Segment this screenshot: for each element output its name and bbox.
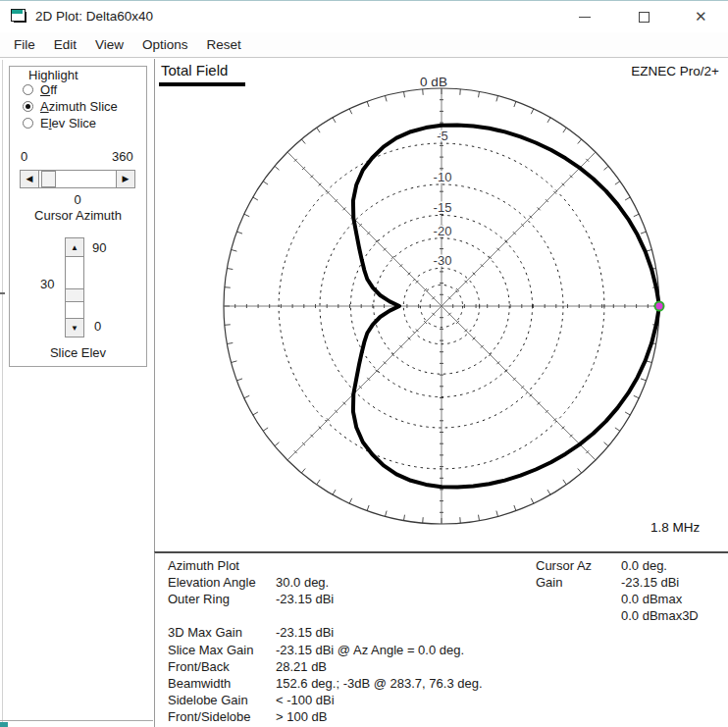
- info-label: Gain: [536, 575, 621, 590]
- info-value: 30.0 deg.: [276, 575, 329, 590]
- radio-label: Elev Slice: [40, 116, 96, 130]
- info-row: Front/Back28.21 dB: [168, 658, 483, 675]
- close-button[interactable]: ✕: [680, 1, 725, 32]
- info-label: Azimuth Plot: [168, 558, 276, 573]
- cursor-azimuth-scroll-thumb[interactable]: [41, 171, 56, 187]
- info-panel: Azimuth PlotElevation Angle30.0 deg.Oute…: [154, 551, 728, 727]
- info-value: 152.6 deg.; -3dB @ 283.7, 76.3 deg.: [276, 676, 483, 691]
- info-row: Cursor Az0.0 deg.: [536, 557, 699, 574]
- info-row: [168, 607, 483, 624]
- radio-off[interactable]: Off: [23, 82, 57, 96]
- menu-item-reset[interactable]: Reset: [207, 37, 241, 52]
- azimuth-slider-max-label: 360: [112, 149, 133, 164]
- window-title: 2D Plot: Delta60x40: [35, 9, 153, 24]
- minimize-icon: [579, 17, 591, 18]
- background-window-edge: [2, 60, 3, 727]
- menu-item-options[interactable]: Options: [142, 37, 188, 52]
- info-label: Elevation Angle: [168, 575, 276, 590]
- info-row: Elevation Angle30.0 deg.: [168, 574, 483, 591]
- highlight-panel: Highlight OffAzimuth SliceElev Slice 0 3…: [0, 58, 153, 727]
- radio-selected-icon[interactable]: [23, 101, 33, 112]
- background-window-corner: [0, 722, 8, 727]
- info-value: 0.0 deg.: [621, 558, 667, 573]
- radio-unselected-icon[interactable]: [23, 84, 33, 95]
- slice-elev-caption: Slice Elev: [10, 345, 146, 360]
- polar-plot: -5-10-15-20-30: [155, 59, 728, 553]
- minimize-button[interactable]: [562, 1, 607, 32]
- scroll-down-arrow-icon[interactable]: ▼: [66, 318, 83, 337]
- elev-slider-min-label: 0: [94, 319, 101, 334]
- legend-label: Total Field: [161, 62, 228, 78]
- info-value: -23.15 dBi: [621, 575, 679, 590]
- db-ring-label: -5: [437, 129, 448, 143]
- scroll-left-arrow-icon[interactable]: ◀: [21, 171, 39, 187]
- radio-azimuth-slice[interactable]: Azimuth Slice: [23, 99, 118, 113]
- legend-line-sample: [159, 82, 245, 86]
- menu-bar: FileEditViewOptionsReset: [0, 32, 728, 58]
- info-row: 0.0 dBmax3D: [536, 607, 699, 624]
- outer-ring-db-label: 0 dB: [412, 75, 455, 89]
- info-label: Cursor Az: [536, 558, 621, 573]
- elev-slider-max-label: 90: [92, 240, 106, 255]
- info-row: Outer Ring-23.15 dBi: [168, 591, 483, 607]
- frequency-label: 1.8 MHz: [650, 520, 700, 535]
- info-value: < -100 dBi: [276, 693, 335, 707]
- azimuth-slider-min-label: 0: [21, 149, 27, 164]
- info-value: -23.15 dBi: [276, 592, 334, 606]
- menu-item-file[interactable]: File: [14, 37, 35, 52]
- info-value: -23.15 dBi @ Az Angle = 0.0 deg.: [276, 643, 464, 657]
- radio-elev-slice[interactable]: Elev Slice: [23, 116, 96, 130]
- highlight-groupbox: Highlight OffAzimuth SliceElev Slice 0 3…: [9, 66, 147, 367]
- info-value: 28.21 dB: [276, 659, 327, 674]
- cursor-azimuth-scrollbar[interactable]: ◀ ▶: [20, 170, 135, 188]
- scroll-right-arrow-icon[interactable]: ▶: [116, 171, 134, 187]
- info-label: Beamwidth: [168, 676, 276, 691]
- close-icon: ✕: [695, 8, 707, 26]
- app-brand-label: EZNEC Pro/2+: [631, 64, 719, 78]
- info-row: Sidelobe Gain< -100 dBi: [168, 692, 483, 708]
- info-label: Front/Sidelobe: [168, 709, 276, 724]
- info-column-right: Cursor Az0.0 deg.Gain-23.15 dBi0.0 dBmax…: [536, 557, 699, 624]
- info-label: Outer Ring: [168, 592, 276, 606]
- db-ring-label: -15: [434, 200, 452, 215]
- db-ring-label: -20: [434, 224, 452, 238]
- radio-label: Off: [40, 82, 57, 97]
- slice-elev-value: 30: [40, 277, 54, 291]
- info-value: 0.0 dBmax3D: [621, 608, 699, 623]
- info-row: Gain-23.15 dBi: [536, 574, 699, 591]
- menu-item-view[interactable]: View: [95, 37, 124, 52]
- background-window-edge-tick: [0, 292, 5, 294]
- info-label: 3D Max Gain: [168, 625, 276, 640]
- cursor-azimuth-value: 0: [20, 192, 135, 207]
- info-row: 3D Max Gain-23.15 dBi: [168, 624, 483, 641]
- highlight-groupbox-title: Highlight: [25, 68, 82, 82]
- radio-unselected-icon[interactable]: [23, 118, 33, 129]
- info-row: Azimuth Plot: [168, 557, 483, 574]
- maximize-button[interactable]: [621, 1, 666, 32]
- slice-elev-scrollbar[interactable]: ▲ ▼: [65, 237, 84, 338]
- plot-panel: -5-10-15-20-30 Total Field EZNEC Pro/2+ …: [154, 59, 728, 553]
- background-window-bottom-edge: [0, 720, 153, 721]
- info-label: Slice Max Gain: [168, 643, 276, 657]
- info-value: 0.0 dBmax: [621, 592, 682, 606]
- info-row: 0.0 dBmax: [536, 591, 699, 607]
- cursor-azimuth-caption: Cursor Azimuth: [10, 208, 146, 223]
- info-row: Front/Sidelobe> 100 dB: [168, 708, 483, 725]
- info-value: > 100 dB: [276, 709, 327, 724]
- db-ring-label: -30: [434, 253, 452, 268]
- info-row: Beamwidth152.6 deg.; -3dB @ 283.7, 76.3 …: [168, 675, 483, 692]
- app-window-icon: [11, 9, 28, 25]
- cursor-marker[interactable]: [655, 302, 664, 311]
- menu-item-edit[interactable]: Edit: [54, 37, 77, 52]
- info-value: -23.15 dBi: [276, 625, 334, 640]
- title-bar: 2D Plot: Delta60x40 ✕: [0, 1, 728, 32]
- db-ring-label: -10: [434, 170, 452, 184]
- slice-elev-scroll-thumb[interactable]: [66, 288, 83, 302]
- radio-label: Azimuth Slice: [40, 99, 118, 114]
- info-row: Slice Max Gain-23.15 dBi @ Az Angle = 0.…: [168, 641, 483, 657]
- info-label: Sidelobe Gain: [168, 693, 276, 707]
- maximize-icon: [639, 12, 650, 23]
- radial-spokes: [224, 88, 659, 524]
- info-label: Front/Back: [168, 659, 276, 674]
- scroll-up-arrow-icon[interactable]: ▲: [66, 238, 83, 257]
